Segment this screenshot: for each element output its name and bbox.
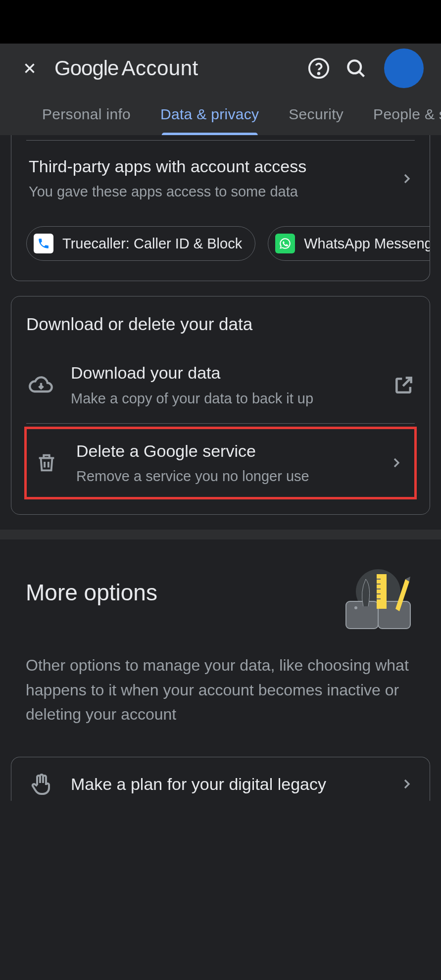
search-icon <box>345 57 367 79</box>
more-options-heading: More options <box>26 579 157 606</box>
delete-service-row[interactable]: Delete a Google service Remove a service… <box>27 429 414 497</box>
more-options-section: More options <box>11 539 430 727</box>
download-title: Download your data <box>71 362 388 384</box>
download-data-row[interactable]: Download your data Make a copy of your d… <box>11 347 430 423</box>
delete-service-title: Delete a Google service <box>76 440 384 462</box>
download-subtitle: Make a copy of your data to back it up <box>71 389 388 408</box>
status-bar <box>0 0 441 44</box>
third-party-subtitle: You gave these apps access to some data <box>29 182 394 201</box>
cloud-download-icon <box>28 372 54 398</box>
help-icon <box>307 57 330 80</box>
chip-label: WhatsApp Messenger <box>304 236 430 252</box>
tab-security[interactable]: Security <box>274 93 358 135</box>
chevron-right-icon <box>399 776 415 792</box>
chevron-right-icon <box>399 171 415 187</box>
delete-service-subtitle: Remove a service you no longer use <box>76 467 384 486</box>
main-content: Third-party apps with account access You… <box>0 135 441 801</box>
tab-people[interactable]: People & sharing <box>358 93 441 135</box>
third-party-card: Third-party apps with account access You… <box>11 135 430 281</box>
digital-legacy-title: Make a plan for your digital legacy <box>71 773 394 795</box>
more-options-description: Other options to manage your data, like … <box>26 653 415 727</box>
chip-whatsapp[interactable]: WhatsApp Messenger <box>268 226 430 261</box>
highlighted-delete-service: Delete a Google service Remove a service… <box>24 427 417 499</box>
trash-icon <box>35 451 58 474</box>
third-party-apps-row[interactable]: Third-party apps with account access You… <box>11 141 430 216</box>
help-button[interactable] <box>305 55 332 82</box>
chip-label: Truecaller: Caller ID & Block <box>62 236 242 252</box>
close-icon <box>21 60 38 77</box>
digital-legacy-card: Make a plan for your digital legacy <box>11 757 430 801</box>
hand-icon <box>29 772 53 796</box>
whatsapp-icon <box>275 234 295 253</box>
open-external-icon <box>393 374 415 396</box>
app-title: Google Account <box>54 56 295 80</box>
search-button[interactable] <box>342 55 369 82</box>
download-delete-heading: Download or delete your data <box>11 296 430 347</box>
svg-point-1 <box>318 73 319 74</box>
truecaller-icon <box>34 234 53 253</box>
tab-personal-info[interactable]: Personal info <box>27 93 146 135</box>
section-divider-band <box>0 530 441 539</box>
account-avatar[interactable] <box>384 49 424 88</box>
third-party-title: Third-party apps with account access <box>29 155 394 177</box>
divider <box>26 423 415 424</box>
download-delete-card: Download or delete your data Download yo… <box>11 296 430 515</box>
close-button[interactable] <box>17 56 42 81</box>
chevron-right-icon <box>389 455 404 471</box>
app-chips-row: Truecaller: Caller ID & Block WhatsApp M… <box>11 216 430 281</box>
tools-illustration <box>336 564 415 634</box>
digital-legacy-row[interactable]: Make a plan for your digital legacy <box>11 757 430 801</box>
chip-truecaller[interactable]: Truecaller: Caller ID & Block <box>26 226 255 261</box>
tab-data-privacy[interactable]: Data & privacy <box>146 93 274 135</box>
brand-account: Account <box>121 56 198 80</box>
tab-bar: Personal info Data & privacy Security Pe… <box>0 93 441 135</box>
app-bar: Google Account <box>0 44 441 93</box>
svg-rect-4 <box>346 601 378 629</box>
brand-google: Google <box>54 56 118 80</box>
svg-point-6 <box>354 606 357 609</box>
svg-point-2 <box>348 60 361 73</box>
